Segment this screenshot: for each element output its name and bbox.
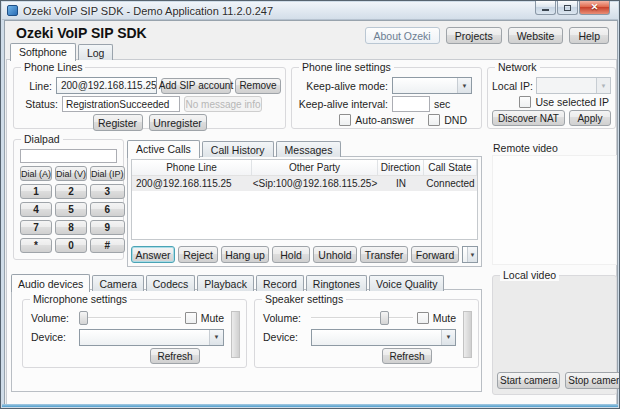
- apply-button[interactable]: Apply: [569, 110, 611, 126]
- dialpad-key-1[interactable]: 1: [20, 184, 52, 199]
- status-field[interactable]: RegistrationSucceeded: [62, 96, 180, 112]
- mic-mute-checkbox[interactable]: [185, 312, 197, 324]
- mic-refresh-button[interactable]: Refresh: [150, 348, 200, 364]
- tab-codecs[interactable]: Codecs: [146, 275, 196, 291]
- keep-alive-mode-select[interactable]: ▼: [392, 77, 472, 94]
- mic-volume-label: Volume:: [31, 312, 75, 324]
- tab-messages[interactable]: Messages: [276, 141, 342, 157]
- tab-call-history[interactable]: Call History: [202, 141, 274, 157]
- speaker-device-label: Device:: [263, 331, 307, 343]
- hang-up-button[interactable]: Hang up: [221, 246, 269, 263]
- tab-log[interactable]: Log: [78, 44, 114, 60]
- mic-device-select[interactable]: ▼: [79, 329, 224, 346]
- chevron-down-icon: ▼: [441, 330, 455, 345]
- close-button[interactable]: ✕: [579, 1, 610, 15]
- unhold-button[interactable]: Unhold: [313, 246, 357, 263]
- speaker-volume-slider[interactable]: [311, 310, 413, 326]
- column-phone-line[interactable]: Phone Line: [132, 160, 252, 175]
- tab-camera[interactable]: Camera: [92, 275, 143, 291]
- dialpad-key-4[interactable]: 4: [20, 202, 52, 217]
- softphone-page: Phone Lines Line: 200@192.168.115.25 ▼ A…: [6, 59, 617, 405]
- dialpad-key-3[interactable]: 3: [90, 184, 125, 199]
- hold-button[interactable]: Hold: [272, 246, 310, 263]
- tab-active-calls[interactable]: Active Calls: [127, 140, 200, 158]
- dialpad-key-6[interactable]: 6: [90, 202, 125, 217]
- forward-target-select[interactable]: ▼: [462, 246, 478, 263]
- keep-alive-mode-label: Keep-alive mode:: [296, 80, 388, 92]
- minimize-button[interactable]: [535, 1, 556, 15]
- mic-mute-row: Mute: [185, 312, 224, 324]
- column-other-party[interactable]: Other Party: [252, 160, 378, 175]
- speaker-mute-checkbox[interactable]: [417, 312, 429, 324]
- mic-volume-thumb[interactable]: [79, 311, 88, 325]
- speaker-settings-title: Speaker settings: [262, 293, 346, 305]
- add-sip-account-button[interactable]: Add SIP account: [161, 78, 231, 94]
- network-title: Network: [495, 61, 540, 73]
- dialpad-key-star[interactable]: *: [20, 238, 52, 253]
- microphone-settings-title: Microphone settings: [30, 293, 130, 305]
- column-call-state[interactable]: Call State: [424, 160, 477, 175]
- speaker-level-meter: [463, 311, 472, 358]
- close-icon: ✕: [591, 3, 599, 12]
- tab-record[interactable]: Record: [256, 275, 304, 291]
- remove-button[interactable]: Remove: [235, 78, 281, 94]
- reject-button[interactable]: Reject: [178, 246, 218, 263]
- line-select[interactable]: 200@192.168.115.25 ▼: [56, 77, 157, 94]
- stop-camera-button[interactable]: Stop camera: [565, 372, 620, 389]
- dial-video-button[interactable]: Dial (V): [55, 166, 87, 181]
- maximize-button[interactable]: [557, 1, 578, 15]
- answer-button[interactable]: Answer: [131, 246, 175, 263]
- titlebar[interactable]: Ozeki VoIP SIP SDK - Demo Application 11…: [2, 2, 618, 20]
- speaker-volume-thumb[interactable]: [380, 311, 389, 325]
- window-title: Ozeki VoIP SIP SDK - Demo Application 11…: [23, 5, 273, 17]
- unregister-button[interactable]: Unregister: [149, 114, 207, 131]
- dialpad-key-9[interactable]: 9: [90, 220, 125, 235]
- call-row[interactable]: 200@192.168.115.25 <Sip:100@192.168.115.…: [132, 176, 477, 191]
- dialpad-key-2[interactable]: 2: [55, 184, 87, 199]
- discover-nat-button[interactable]: Discover NAT: [492, 110, 565, 126]
- local-ip-select[interactable]: ▼: [536, 77, 611, 94]
- register-button[interactable]: Register: [93, 114, 143, 131]
- phone-line-settings-title: Phone line settings: [299, 61, 394, 73]
- dialpad-key-8[interactable]: 8: [55, 220, 87, 235]
- forward-button[interactable]: Forward: [411, 246, 459, 263]
- speaker-refresh-button[interactable]: Refresh: [382, 348, 432, 364]
- no-message-info-button[interactable]: No message info: [184, 96, 262, 112]
- tab-audio-devices[interactable]: Audio devices: [11, 274, 90, 292]
- chevron-down-icon: ▼: [596, 78, 610, 93]
- remote-video-area: [492, 155, 617, 265]
- mic-volume-slider[interactable]: [79, 310, 181, 326]
- auto-answer-checkbox[interactable]: [339, 114, 351, 126]
- about-ozeki-button[interactable]: About Ozeki: [365, 27, 440, 44]
- speaker-device-select[interactable]: ▼: [311, 329, 456, 346]
- keep-alive-interval-input[interactable]: [392, 96, 430, 112]
- website-button[interactable]: Website: [508, 27, 564, 44]
- calls-tabs: Active Calls Call History Messages: [127, 140, 482, 157]
- speaker-settings-group: Speaker settings Volume: Mute: [254, 299, 479, 368]
- dialpad-key-0[interactable]: 0: [55, 238, 87, 253]
- dialpad-key-7[interactable]: 7: [20, 220, 52, 235]
- app-icon: [7, 5, 18, 16]
- tab-playback[interactable]: Playback: [197, 275, 254, 291]
- calls-tab-control: Active Calls Call History Messages Phone…: [127, 140, 482, 267]
- calls-list-header: Phone Line Other Party Direction Call St…: [132, 160, 477, 176]
- phone-lines-group: Phone Lines Line: 200@192.168.115.25 ▼ A…: [13, 67, 286, 129]
- dialpad-key-hash[interactable]: #: [90, 238, 125, 253]
- remote-video-title: Remote video: [493, 142, 558, 154]
- dial-ip-button[interactable]: Dial (IP): [90, 166, 125, 181]
- projects-button[interactable]: Projects: [446, 27, 502, 44]
- dnd-checkbox[interactable]: [428, 114, 440, 126]
- start-camera-button[interactable]: Start camera: [497, 372, 560, 389]
- dial-audio-button[interactable]: Dial (A): [20, 166, 52, 181]
- use-selected-ip-checkbox[interactable]: [519, 96, 531, 108]
- tab-voice-quality[interactable]: Voice Quality: [369, 275, 444, 291]
- speaker-volume-label: Volume:: [263, 312, 307, 324]
- transfer-button[interactable]: Transfer: [360, 246, 408, 263]
- tab-ringtones[interactable]: Ringtones: [306, 275, 367, 291]
- dial-number-input[interactable]: [20, 149, 117, 163]
- tab-softphone[interactable]: Softphone: [10, 43, 76, 61]
- help-button[interactable]: Help: [569, 27, 609, 44]
- calls-list: Phone Line Other Party Direction Call St…: [131, 159, 478, 240]
- column-direction[interactable]: Direction: [378, 160, 424, 175]
- dialpad-key-5[interactable]: 5: [55, 202, 87, 217]
